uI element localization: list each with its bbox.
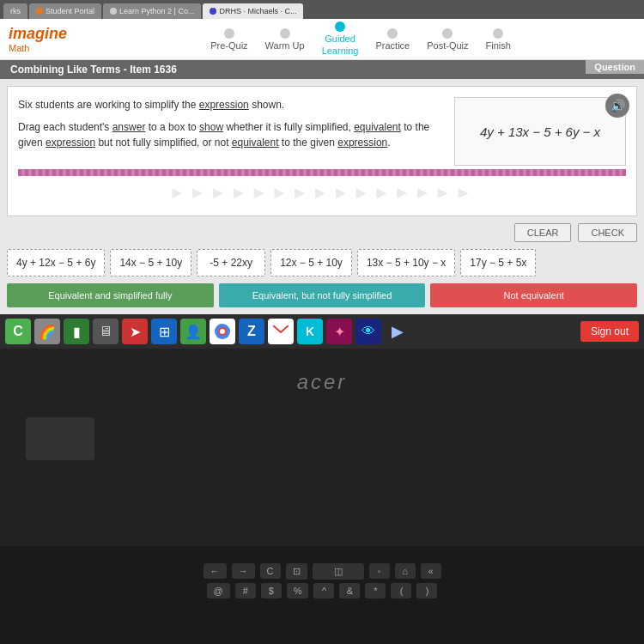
drop-zone-simplified[interactable]: Equivalent and simplified fully (7, 283, 214, 307)
key-c[interactable]: C (260, 563, 281, 579)
taskbar-grid-icon[interactable]: ⊞ (151, 319, 177, 344)
equivalent-link: equivalent (354, 121, 401, 133)
sign-out-button[interactable]: Sign out (580, 321, 639, 342)
watermark: ►►►►►►►►►►►►►►► (18, 179, 626, 205)
tab-drhs[interactable]: DRHS · Michaels · C... (203, 3, 303, 19)
taskbar-chrome-icon[interactable] (210, 319, 235, 344)
instruction-line1: Six students are working to simplify the… (18, 97, 446, 112)
key-brightness[interactable]: ⌂ (395, 563, 416, 579)
lesson-steps: Pre-Quiz Warm Up GuidedLearning Practice… (86, 21, 635, 56)
key-back[interactable]: ← (204, 563, 227, 579)
browser-tabs: rks Student Portal Learn Python 2 | Co..… (0, 0, 644, 19)
step-dot-postquiz (442, 28, 453, 39)
tile-2[interactable]: -5 + 22xy (197, 249, 265, 276)
keyboard-row-2: @ # $ % ^ & * ( ) (207, 583, 438, 598)
key-star[interactable]: * (365, 583, 386, 598)
step-dot-practice (387, 28, 398, 39)
key-forward[interactable]: → (232, 563, 255, 579)
top-navigation: imagine Math Pre-Quiz Warm Up GuidedLear… (0, 19, 644, 60)
tab-rks[interactable]: rks (3, 3, 27, 19)
expression-link2: expression (46, 137, 95, 149)
check-button[interactable]: CHECK (578, 223, 637, 242)
expression-link3: expression (337, 137, 387, 149)
clear-button[interactable]: CLEAR (514, 223, 572, 242)
laptop-bottom: acer (0, 349, 644, 546)
step-dot-prequiz (224, 28, 234, 39)
taskbar-gmail-icon[interactable] (268, 319, 294, 344)
touchpad (26, 417, 94, 460)
step-finish[interactable]: Finish (486, 28, 511, 51)
tile-4[interactable]: 13x − 5 + 10y − x (357, 249, 455, 276)
step-warmup[interactable]: Warm Up (265, 28, 305, 51)
action-buttons: CLEAR CHECK (7, 223, 637, 242)
question-header: Combining Like Terms - Item 1636 Questio… (0, 60, 644, 79)
step-dot-guided (335, 21, 345, 32)
key-dollar[interactable]: $ (261, 583, 282, 598)
taskbar-star-icon[interactable]: ✦ (326, 319, 352, 344)
key-square[interactable]: ⊡ (286, 563, 307, 580)
question-label: Question (586, 60, 644, 74)
audio-button[interactable]: 🔊 (605, 94, 629, 118)
tile-5[interactable]: 17y − 5 + 5x (460, 249, 536, 276)
brand-logo: imagine (9, 25, 67, 43)
key-circle[interactable]: ◦ (369, 563, 390, 579)
progress-bar (18, 169, 626, 176)
key-at[interactable]: @ (207, 583, 230, 598)
svg-point-2 (220, 329, 225, 334)
instruction-line2: Drag each student's answer to a box to s… (18, 119, 446, 150)
tab-student-portal[interactable]: Student Portal (29, 3, 101, 19)
instructions: Six students are working to simplify the… (18, 97, 446, 166)
taskbar-person-icon[interactable]: 👤 (180, 319, 206, 344)
taskbar-monitor-icon[interactable]: 🖥 (93, 319, 118, 344)
show-link: show (199, 121, 223, 133)
drop-zones-container: Equivalent and simplified fully Equivale… (7, 283, 637, 307)
main-content: 🔊 Six students are working to simplify t… (0, 79, 644, 314)
step-dot-warmup (280, 28, 290, 39)
tile-0[interactable]: 4y + 12x − 5 + 6y (7, 249, 105, 276)
taskbar-block-icon[interactable]: ▮ (64, 319, 89, 344)
tile-1[interactable]: 14x − 5 + 10y (110, 249, 191, 276)
tile-3[interactable]: 12x − 5 + 10y (270, 249, 352, 276)
not-equiv-link: equivalent (232, 137, 279, 149)
taskbar-zoom-icon[interactable]: Z (239, 319, 264, 344)
keyboard-row-1: ← → C ⊡ ◫ ◦ ⌂ « (204, 563, 441, 580)
drop-zone-equivalent[interactable]: Equivalent, but not fully simplified (219, 283, 426, 307)
taskbar-arrow-icon[interactable]: ➤ (122, 319, 148, 344)
expression-display: 4y + 13x − 5 + 6y − x (454, 97, 626, 166)
taskbar: C 🌈 ▮ 🖥 ➤ ⊞ 👤 Z K ✦ 👁 ▶ Sign out (0, 314, 644, 349)
step-practice[interactable]: Practice (375, 28, 410, 51)
answer-link: answer (112, 121, 146, 133)
step-guided-learning[interactable]: GuidedLearning (322, 21, 359, 56)
drop-zone-not-equivalent[interactable]: Not equivalent (430, 283, 637, 307)
student-portal-favicon (36, 8, 43, 15)
question-header-wrap: Combining Like Terms - Item 1636 Questio… (0, 60, 644, 79)
expression-link: expression (199, 99, 249, 111)
key-double-arrow[interactable]: « (421, 563, 441, 579)
tab-learn-python[interactable]: Learn Python 2 | Co... (103, 3, 201, 19)
key-caret[interactable]: ^ (313, 583, 334, 598)
acer-logo: acer (297, 370, 348, 394)
drhs-favicon (210, 8, 216, 15)
key-hash[interactable]: # (235, 583, 256, 598)
key-ampersand[interactable]: & (339, 583, 360, 598)
taskbar-eye-icon[interactable]: 👁 (355, 319, 381, 344)
step-prequiz[interactable]: Pre-Quiz (210, 28, 247, 51)
taskbar-play-icon[interactable]: ▶ (385, 319, 410, 344)
key-open-paren[interactable]: ( (391, 583, 411, 598)
question-title: Combining Like Terms - Item 1636 (10, 64, 177, 76)
subject-label: Math (9, 43, 55, 53)
step-postquiz[interactable]: Post-Quiz (427, 28, 468, 51)
taskbar-rainbow-icon[interactable]: 🌈 (34, 319, 60, 344)
taskbar-c-icon[interactable]: C (5, 319, 31, 344)
key-close-paren[interactable]: ) (416, 583, 437, 598)
content-inner: Six students are working to simplify the… (18, 97, 626, 166)
key-percent[interactable]: % (287, 583, 309, 598)
content-box: 🔊 Six students are working to simplify t… (7, 86, 637, 216)
taskbar-k-icon[interactable]: K (297, 319, 323, 344)
answer-tiles-container: 4y + 12x − 5 + 6y 14x − 5 + 10y -5 + 22x… (7, 249, 637, 276)
step-dot-finish (493, 28, 503, 39)
key-rect[interactable]: ◫ (313, 563, 364, 580)
keyboard: ← → C ⊡ ◫ ◦ ⌂ « @ # $ % ^ & * ( ) (0, 546, 644, 615)
python-favicon (110, 8, 117, 15)
